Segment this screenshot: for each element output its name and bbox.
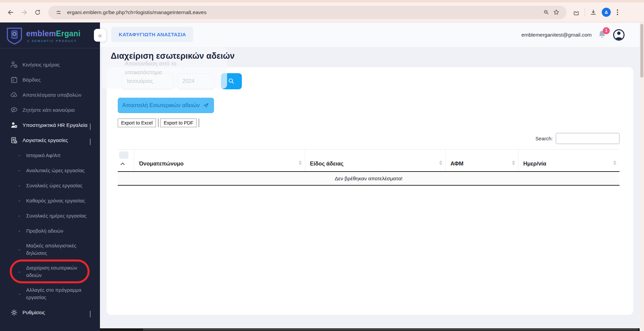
profile-avatar[interactable] <box>613 29 625 41</box>
sidebar-subitem-allages-programma[interactable]: - Αλλαγές στο πρόγραμμα εργασίας <box>0 283 100 305</box>
caret-up-icon <box>120 162 125 167</box>
sidebar-item-vardies[interactable]: Βάρδιες <box>0 72 100 87</box>
app-logo[interactable]: emblemErgani A SEMANTIC PRODUCT <box>0 22 100 45</box>
screen: ergani.emblem.gr/be.php?ch=logistis/mana… <box>0 0 644 331</box>
sidebar-subitem-diacheirisi-esoterikon-adeion[interactable]: - Διαχείριση εσωτερικών αδειών <box>0 261 100 283</box>
send-internal-leaves-button[interactable]: Αποστολή Εσωτερικών αδειών <box>118 98 214 113</box>
table-search: Search: <box>535 133 620 144</box>
sidebar-item-zitiste-kati-kainoyrio[interactable]: Ζητήστε κάτι καινούριο <box>0 102 100 117</box>
sort-icon <box>439 160 442 165</box>
sidebar-subitem-analytikes-ores[interactable]: - Αναλυτικές ώρες εργασίας <box>0 163 100 178</box>
send-plane-icon <box>203 102 209 109</box>
sort-icon <box>613 160 616 165</box>
sidebar-item-hr-ergaleia[interactable]: Υποστηρικτικά HR Εργαλεία <box>0 117 100 133</box>
leaves-table: Όνοματεπώνυμο Είδος άδειας ΑΦΜ Ημερ/νία <box>118 149 620 186</box>
sidebar-item-rythmiseis[interactable]: Ρυθμίσεις <box>0 305 100 320</box>
brand-name: emblemErgani <box>26 29 80 38</box>
sidebar-item-logistikes-ergasies[interactable]: Λογιστικές εργασίες <box>0 133 100 148</box>
content-card: Αποστολή Εσωτερικών αδειών Export to Exc… <box>107 67 633 315</box>
main-content: Αποστολή Εσωτερικών αδειών Export to Exc… <box>100 47 644 331</box>
horizontal-scrollbar[interactable] <box>100 328 640 331</box>
column-header-expand[interactable] <box>118 150 134 171</box>
employee-chip[interactable]: ΚΑΤΑΦΥΓΙΩΤΗ ΑΝΑΣΤΑΣΙΑ <box>111 27 193 42</box>
table-header-row: Όνοματεπώνυμο Είδος άδειας ΑΦΜ Ημερ/νία <box>118 149 620 172</box>
site-settings-icon[interactable] <box>54 7 64 17</box>
chevron-up-icon <box>90 139 91 145</box>
vertical-scrollbar-thumb[interactable] <box>640 24 643 78</box>
search-icon <box>227 77 235 85</box>
sidebar-item-apotelesmata-ypovolon[interactable]: Αποτελέσματα υποβολών <box>0 87 100 102</box>
sort-icon <box>299 160 302 165</box>
toolbar-divider <box>585 8 585 16</box>
cloud-check-icon <box>10 91 18 99</box>
export-divider <box>158 119 159 127</box>
browser-menu-icon[interactable] <box>614 9 621 15</box>
user-email: emblemerganitest@gmail.com <box>521 32 592 38</box>
sidebar-subitem-mazikes-apologistikes[interactable]: - Μαζικές απολογιστικές δηλώσεις <box>0 238 100 261</box>
sidebar-collapse-button[interactable]: « <box>94 29 106 42</box>
url-text: ergani.emblem.gr/be.php?ch=logistis/mana… <box>67 9 207 15</box>
browser-address-bar[interactable]: ergani.emblem.gr/be.php?ch=logistis/mana… <box>48 6 567 19</box>
sidebar-divider <box>0 48 100 48</box>
browser-back-icon[interactable] <box>5 7 16 18</box>
column-header-afm[interactable]: ΑΦΜ <box>445 150 518 171</box>
export-buttons: Export to Excel Export to PDF <box>118 119 201 127</box>
page-title: Διαχείριση εσωτερικών αδειών <box>111 51 234 61</box>
zoom-out-icon[interactable] <box>541 7 551 17</box>
sidebar-subitem-provoli-adeion[interactable]: - Προβολή αδειών <box>0 223 100 238</box>
expand-control-box <box>119 151 128 159</box>
vertical-scrollbar[interactable] <box>640 22 644 331</box>
person-clock-icon <box>10 61 18 69</box>
fading-tooltip-line2: υποκατάστημα <box>125 69 162 76</box>
sidebar-nav: Κινήσεις ημέρας Βάρδιες Αποτελέσματα υπο… <box>0 57 100 320</box>
export-excel-button[interactable]: Export to Excel <box>118 119 156 127</box>
bookmark-star-icon[interactable] <box>551 7 561 17</box>
horizontal-scrollbar-thumb[interactable] <box>143 329 638 331</box>
sort-icon <box>512 160 515 165</box>
sidebar-subitem-katharos-chronos[interactable]: - Καθαρός χρόνος εργασίας <box>0 193 100 208</box>
column-header-onomateponymo[interactable]: Όνοματεπώνυμο <box>134 150 305 171</box>
sidebar-subitem-istoriko-af-ap[interactable]: - Ιστορικό Αφ/Απ <box>0 148 100 163</box>
sidebar: emblemErgani A SEMANTIC PRODUCT Κινήσεις… <box>0 22 100 331</box>
gear-icon <box>10 309 18 317</box>
export-pdf-button[interactable]: Export to PDF <box>160 119 197 127</box>
app-header: « ΚΑΤΑΦΥΓΙΩΤΗ ΑΝΑΣΤΑΣΙΑ emblemerganitest… <box>100 22 644 47</box>
sidebar-subitem-synolikes-ores[interactable]: - Συνολικές ώρες εργασίας <box>0 178 100 193</box>
calendar-icon <box>10 76 18 84</box>
column-header-imerominia[interactable]: Ημερ/νία <box>518 150 620 171</box>
chevron-down-icon <box>90 124 91 130</box>
window-top-strip <box>0 0 644 2</box>
table-search-input[interactable] <box>556 133 620 144</box>
notification-badge: 1 <box>603 27 610 34</box>
brand-subtitle: A SEMANTIC PRODUCT <box>27 39 80 43</box>
extensions-icon[interactable] <box>571 7 581 17</box>
chevron-down-icon <box>90 311 91 317</box>
sidebar-item-kiniseis-imeras[interactable]: Κινήσεις ημέρας <box>0 57 100 72</box>
export-divider <box>199 119 199 127</box>
notification-bell-icon[interactable]: 1 <box>597 29 608 41</box>
chat-bubble-icon <box>10 106 18 114</box>
sidebar-subitem-synolikes-imeres[interactable]: - Συνολικές ημέρες εργασίας <box>0 208 100 223</box>
browser-toolbar: ergani.emblem.gr/be.php?ch=logistis/mana… <box>0 0 644 22</box>
search-label: Search: <box>535 136 553 141</box>
downloads-icon[interactable] <box>588 7 598 17</box>
browser-forward-icon[interactable] <box>18 7 30 18</box>
person-shield-icon <box>10 121 18 129</box>
document-check-icon <box>10 136 18 144</box>
browser-reload-icon[interactable] <box>32 7 43 18</box>
logo-shield-icon <box>6 27 23 45</box>
table-empty-message: Δεν βρέθηκαν αποτελέσματα! <box>118 172 620 186</box>
browser-profile-avatar[interactable]: Δ <box>602 8 611 17</box>
column-header-eidos-adeias[interactable]: Είδος άδειας <box>305 150 445 171</box>
fading-tooltip-line1: Αποσύνδεση από το <box>125 60 176 67</box>
